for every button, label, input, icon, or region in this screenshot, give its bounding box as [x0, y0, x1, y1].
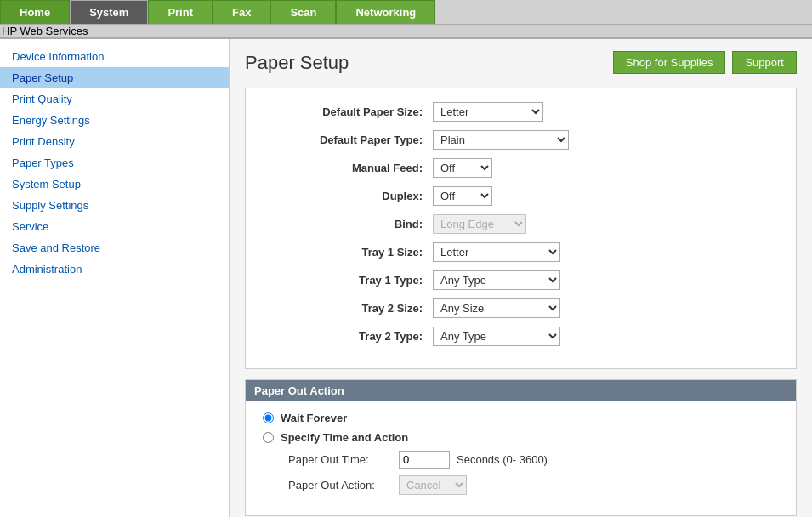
- default-paper-size-row: Default Paper Size: Letter A4 Legal Exec…: [263, 102, 779, 122]
- bind-select[interactable]: Long Edge Short Edge: [433, 214, 526, 234]
- tray1-type-select[interactable]: Any Type Plain Bond Recycled: [433, 270, 560, 290]
- manual-feed-row: Manual Feed: Off On: [263, 158, 779, 178]
- paper-setup-form: Default Paper Size: Letter A4 Legal Exec…: [245, 88, 797, 369]
- paper-out-action-select[interactable]: Cancel Override: [399, 475, 467, 495]
- sidebar-item-supply-settings[interactable]: Supply Settings: [0, 195, 229, 216]
- sidebar-item-energy-settings[interactable]: Energy Settings: [0, 110, 229, 131]
- content-area: Paper Setup Shop for Supplies Support De…: [230, 39, 812, 517]
- specify-time-row: Specify Time and Action: [246, 431, 796, 444]
- second-nav: HP Web Services: [0, 25, 812, 39]
- paper-out-time-row: Paper Out Time: 0 Seconds (0- 3600): [246, 451, 796, 469]
- sidebar-item-paper-setup[interactable]: Paper Setup: [0, 67, 229, 88]
- wait-forever-radio[interactable]: [263, 412, 274, 423]
- wait-forever-label: Wait Forever: [281, 412, 347, 424]
- sidebar-item-service[interactable]: Service: [0, 216, 229, 237]
- tray2-type-label: Tray 2 Type:: [263, 330, 433, 343]
- sidebar-item-system-setup[interactable]: System Setup: [0, 173, 229, 195]
- sidebar-item-paper-types[interactable]: Paper Types: [0, 152, 229, 173]
- paper-out-time-label: Paper Out Time:: [288, 453, 399, 466]
- sidebar-item-print-density[interactable]: Print Density: [0, 131, 229, 152]
- tray1-type-label: Tray 1 Type:: [263, 274, 433, 287]
- tray2-type-row: Tray 2 Type: Any Type Plain Bond Recycle…: [263, 327, 779, 346]
- nav-hp-web-services[interactable]: HP Web Services: [2, 25, 88, 37]
- default-paper-type-row: Default Paper Type: Plain Bond Recycled …: [263, 130, 779, 150]
- paper-out-action-header: Paper Out Action: [246, 380, 796, 401]
- nav-networking[interactable]: Networking: [336, 0, 435, 24]
- paper-out-action-section: Paper Out Action Wait Forever Specify Ti…: [245, 379, 797, 516]
- default-paper-size-label: Default Paper Size:: [263, 105, 433, 118]
- manual-feed-select[interactable]: Off On: [433, 158, 492, 178]
- default-paper-size-select[interactable]: Letter A4 Legal Executive: [433, 102, 543, 122]
- support-button[interactable]: Support: [732, 51, 797, 74]
- main-layout: Device Information Paper Setup Print Qua…: [0, 39, 812, 517]
- nav-system[interactable]: System: [70, 0, 148, 24]
- nav-print[interactable]: Print: [148, 0, 213, 24]
- paper-out-time-input[interactable]: 0: [399, 451, 450, 469]
- tray2-size-select[interactable]: Any Size Letter A4 Legal: [433, 298, 560, 318]
- default-paper-type-label: Default Paper Type:: [263, 134, 433, 146]
- sidebar-item-administration[interactable]: Administration: [0, 258, 229, 280]
- specify-time-label: Specify Time and Action: [281, 431, 408, 444]
- duplex-select[interactable]: Off On: [433, 186, 492, 206]
- paper-out-time-hint: Seconds (0- 3600): [457, 453, 548, 466]
- tray1-size-row: Tray 1 Size: Letter A4 Legal Any Size: [263, 242, 779, 262]
- bind-label: Bind:: [263, 218, 433, 230]
- default-paper-type-select[interactable]: Plain Bond Recycled Color Letterhead: [433, 130, 569, 150]
- page-title: Paper Setup: [245, 52, 606, 74]
- tray2-size-row: Tray 2 Size: Any Size Letter A4 Legal: [263, 298, 779, 318]
- sidebar-item-save-restore[interactable]: Save and Restore: [0, 237, 229, 258]
- tray1-type-row: Tray 1 Type: Any Type Plain Bond Recycle…: [263, 270, 779, 290]
- shop-for-supplies-button[interactable]: Shop for Supplies: [613, 51, 726, 74]
- wait-forever-row: Wait Forever: [246, 412, 796, 424]
- manual-feed-label: Manual Feed:: [263, 162, 433, 174]
- sidebar-item-print-quality[interactable]: Print Quality: [0, 88, 229, 110]
- tray1-size-select[interactable]: Letter A4 Legal Any Size: [433, 242, 560, 262]
- nav-scan[interactable]: Scan: [270, 0, 336, 24]
- content-header: Paper Setup Shop for Supplies Support: [245, 51, 797, 74]
- tray2-size-label: Tray 2 Size:: [263, 302, 433, 315]
- nav-home[interactable]: Home: [0, 0, 70, 24]
- top-nav: Home System Print Fax Scan Networking: [0, 0, 812, 25]
- bind-row: Bind: Long Edge Short Edge: [263, 214, 779, 234]
- duplex-row: Duplex: Off On: [263, 186, 779, 206]
- paper-out-action-label: Paper Out Action:: [288, 479, 399, 491]
- tray1-size-label: Tray 1 Size:: [263, 246, 433, 258]
- duplex-label: Duplex:: [263, 190, 433, 202]
- nav-fax[interactable]: Fax: [213, 0, 270, 24]
- sidebar-item-device-information[interactable]: Device Information: [0, 46, 229, 67]
- sidebar: Device Information Paper Setup Print Qua…: [0, 39, 230, 517]
- specify-time-radio[interactable]: [263, 432, 274, 443]
- paper-out-action-row: Paper Out Action: Cancel Override: [246, 475, 796, 495]
- tray2-type-select[interactable]: Any Type Plain Bond Recycled: [433, 327, 560, 346]
